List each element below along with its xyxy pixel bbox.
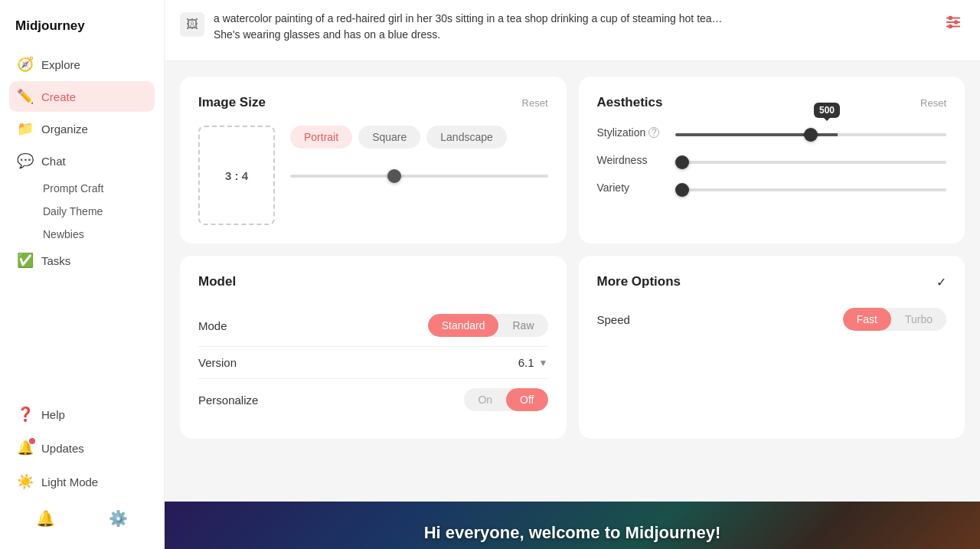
sidebar-item-light-mode[interactable]: ☀️ Light Mode	[9, 466, 155, 497]
sidebar-label-create: Create	[41, 90, 76, 103]
topbar-settings-icon[interactable]	[942, 11, 965, 38]
weirdness-slider-wrap	[675, 153, 947, 167]
stylization-tooltip: 500	[814, 103, 840, 118]
aspect-ratio-preview: 3 : 4	[198, 126, 275, 225]
sidebar-item-tasks[interactable]: ✅ Tasks	[9, 245, 155, 276]
sidebar-label-help: Help	[41, 408, 65, 421]
stylization-slider[interactable]	[675, 133, 947, 136]
size-slider-container	[290, 161, 548, 187]
mode-label: Mode	[198, 319, 428, 332]
sidebar-item-help[interactable]: ❓ Help	[9, 399, 155, 430]
image-size-reset[interactable]: Reset	[522, 97, 548, 109]
stylization-label: Stylization ?	[597, 126, 666, 139]
topbar: 🖼 a watercolor painting of a red-haired …	[165, 0, 980, 61]
variety-slider[interactable]	[675, 188, 947, 191]
chat-icon: 💬	[17, 152, 34, 169]
prompt-text: a watercolor painting of a red-haired gi…	[214, 11, 933, 43]
personalize-row: Personalize On Off	[198, 379, 548, 420]
version-label: Version	[198, 356, 518, 369]
variety-slider-wrap	[675, 181, 947, 194]
create-icon: ✏️	[17, 88, 34, 105]
checkmark-icon: ✓	[936, 275, 946, 289]
bell-icon[interactable]: 🔔	[33, 506, 58, 531]
more-options-panel: More Options ✓ Speed Fast Turbo	[579, 256, 965, 439]
main-content: 🖼 a watercolor painting of a red-haired …	[165, 0, 980, 549]
sidebar-label-organize: Organize	[41, 123, 88, 136]
speed-toggle-group: Fast Turbo	[843, 308, 946, 331]
image-size-panel: Image Size Reset 3 : 4 Portrait Square L…	[180, 77, 567, 243]
updates-icon: 🔔	[17, 440, 34, 456]
personalize-off-button[interactable]: Off	[506, 388, 547, 411]
more-options-title: More Options	[597, 274, 681, 289]
weirdness-label: Weirdness	[597, 154, 666, 166]
sidebar: Midjourney 🧭 Explore ✏️ Create 📁 Organiz…	[0, 0, 165, 549]
panels-row-1: Image Size Reset 3 : 4 Portrait Square L…	[180, 77, 965, 243]
image-size-title: Image Size	[198, 95, 266, 110]
square-button[interactable]: Square	[358, 126, 420, 149]
svg-point-5	[949, 25, 952, 28]
sidebar-item-create[interactable]: ✏️ Create	[9, 81, 155, 112]
prompt-line2: She's wearing glasses and has on a blue …	[214, 27, 933, 43]
sidebar-label-chat: Chat	[41, 155, 66, 168]
fast-speed-button[interactable]: Fast	[843, 308, 891, 331]
orientation-buttons: Portrait Square Landscape	[290, 126, 548, 149]
tasks-icon: ✅	[17, 252, 34, 269]
help-icon: ❓	[17, 406, 34, 423]
notification-dot	[29, 438, 35, 444]
logo: Midjourney	[9, 12, 155, 49]
prompt-line1: a watercolor painting of a red-haired gi…	[214, 11, 933, 27]
stylization-help-icon[interactable]: ?	[648, 127, 659, 138]
version-row: Version 6.1 ▼	[198, 347, 548, 379]
speed-section: Speed Fast Turbo	[597, 308, 947, 331]
video-bar: Hi everyone, welcome to Midjourney!	[165, 502, 980, 549]
version-value: 6.1	[518, 356, 534, 369]
size-controls: Portrait Square Landscape	[290, 126, 548, 187]
standard-mode-button[interactable]: Standard	[428, 314, 499, 337]
sidebar-item-organize[interactable]: 📁 Organize	[9, 113, 155, 144]
sidebar-item-explore[interactable]: 🧭 Explore	[9, 49, 155, 80]
variety-label: Variety	[597, 181, 666, 194]
speed-label: Speed	[597, 313, 843, 326]
stylization-slider-wrap: 500	[675, 126, 947, 139]
weirdness-row: Weirdness	[597, 153, 947, 167]
panels-row-2: Model Mode Standard Raw Version 6.1 ▼	[180, 256, 965, 439]
sidebar-sub-item-prompt-craft[interactable]: Prompt Craft	[37, 178, 155, 199]
personalize-on-button[interactable]: On	[464, 388, 506, 411]
sidebar-bottom: ❓ Help 🔔 Updates ☀️ Light Mode 🔔 ⚙️	[9, 399, 155, 537]
content-area: Image Size Reset 3 : 4 Portrait Square L…	[165, 61, 980, 502]
gear-icon[interactable]: ⚙️	[106, 506, 131, 531]
version-select[interactable]: 6.1 ▼	[518, 356, 548, 369]
mode-toggle-group: Standard Raw	[428, 314, 548, 337]
sidebar-sub-item-daily-theme[interactable]: Daily Theme	[37, 201, 155, 222]
chevron-down-icon: ▼	[539, 358, 548, 368]
sidebar-label-updates: Updates	[41, 442, 84, 455]
sidebar-item-updates[interactable]: 🔔 Updates	[9, 433, 155, 463]
personalize-toggle-group: On Off	[464, 388, 547, 411]
svg-point-3	[949, 17, 952, 20]
aesthetics-panel: Aesthetics Reset Stylization ? 500	[579, 77, 965, 243]
raw-mode-button[interactable]: Raw	[498, 314, 547, 337]
mode-row: Mode Standard Raw	[198, 305, 548, 347]
weirdness-slider[interactable]	[675, 161, 947, 164]
portrait-button[interactable]: Portrait	[290, 126, 352, 149]
model-header: Model	[198, 274, 548, 289]
sidebar-item-chat[interactable]: 💬 Chat	[9, 145, 155, 176]
size-slider[interactable]	[290, 175, 548, 178]
image-size-header: Image Size Reset	[198, 95, 548, 110]
stylization-row: Stylization ? 500	[597, 126, 947, 139]
speed-row: Speed Fast Turbo	[597, 308, 947, 331]
aesthetics-title: Aesthetics	[597, 95, 663, 110]
turbo-speed-button[interactable]: Turbo	[891, 308, 946, 331]
model-panel: Model Mode Standard Raw Version 6.1 ▼	[180, 256, 567, 439]
more-options-header: More Options ✓	[597, 274, 947, 289]
aesthetics-header: Aesthetics Reset	[597, 95, 947, 110]
variety-row: Variety	[597, 181, 947, 194]
personalize-label: Personalize	[198, 394, 464, 407]
explore-icon: 🧭	[17, 56, 34, 73]
landscape-button[interactable]: Landscape	[426, 126, 507, 149]
video-bar-text: Hi everyone, welcome to Midjourney!	[424, 523, 721, 543]
aesthetics-reset[interactable]: Reset	[920, 97, 946, 109]
sidebar-bottom-icons: 🔔 ⚙️	[9, 500, 155, 537]
organize-icon: 📁	[17, 120, 34, 137]
sidebar-sub-item-newbies[interactable]: Newbies	[37, 224, 155, 245]
